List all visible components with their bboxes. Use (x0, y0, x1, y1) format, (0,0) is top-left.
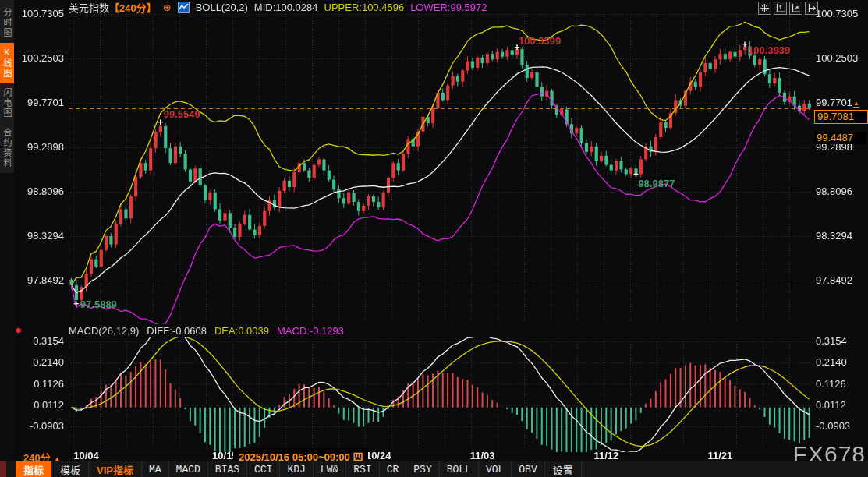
toolbar-item-6[interactable]: BIAS (208, 461, 247, 477)
secondary-price-box: 99.4487 (814, 132, 866, 144)
y-tick-right: 98.3294 (816, 230, 864, 242)
boll-mid-value: MID:100.0284 (254, 2, 318, 13)
boll-upper-value: UPPER:100.4596 (324, 2, 405, 13)
toolbar-item-14[interactable]: VOL (479, 461, 512, 477)
extreme-marker-icon: + (73, 299, 79, 309)
left-sidebar: 分时图K线图闪电图合约资料 (0, 0, 14, 477)
toolbar-item-5[interactable]: MACD (169, 461, 208, 477)
toolbar-item-16[interactable]: 设置 (545, 461, 582, 477)
boll-lower-value: LOWER:99.5972 (410, 2, 487, 13)
y-tick-left: 100.7305 (16, 8, 64, 19)
y-tick-left: 99.2898 (16, 141, 64, 153)
current-price-box: 99.7081 (814, 110, 868, 124)
macd-tick-left: 0.0112 (16, 399, 64, 411)
macd-diff-value: DIFF:-0.0608 (147, 325, 207, 337)
sidebar-item-1[interactable]: 分时图 (0, 3, 14, 43)
macd-tick-left: 0.3154 (16, 335, 64, 347)
x-tick: 11/03 (470, 450, 495, 461)
x-tick: 10/04 (73, 450, 99, 461)
toolbar-item-12[interactable]: PSY (406, 461, 439, 477)
toolbar-item-1[interactable]: 指标 (16, 461, 52, 477)
sidebar-items: 分时图K线图闪电图合约资料 (0, 0, 14, 173)
toolbar-item-7[interactable]: CCI (247, 461, 280, 477)
y-tick-left: 98.8096 (16, 186, 64, 197)
price-up-arrow-icon: ▲ (853, 100, 859, 108)
price-annotation: 99.5549 (164, 108, 200, 120)
x-tick: 10/24 (366, 450, 391, 461)
toolbar-item-13[interactable]: BOLL (440, 461, 479, 477)
toolbar-item-9[interactable]: LW& (314, 461, 346, 477)
macd-header: MACD(26,12,9) DIFF:-0.0608 DEA:0.0039 MA… (69, 325, 344, 337)
y-tick-right: 100.7305 (816, 8, 864, 19)
period-badge: 【240分】 (109, 2, 157, 14)
price-annotation: 100.3939 (748, 44, 790, 56)
symbol-title: 美元指数【240分】 (69, 0, 157, 15)
price-annotation: 100.3599 (519, 35, 561, 47)
macd-tick-left: -0.0903 (16, 420, 64, 432)
macd-tick-left: 0.1126 (16, 378, 64, 390)
collapse-panel-icon[interactable] (805, 2, 818, 15)
price-annotation: 97.5889 (80, 299, 117, 310)
toolbar-item-4[interactable]: MA (142, 461, 169, 477)
toolbar-item-3[interactable]: VIP指标 (89, 461, 142, 477)
macd-dea-value: DEA:0.0039 (214, 325, 269, 337)
sun-marker-icon: ✹ (15, 326, 22, 336)
chart-toolbuttons (758, 2, 818, 15)
macd-tick-right: 0.0112 (816, 399, 864, 411)
y-tick-left: 97.8492 (16, 274, 64, 286)
toolbar-item-2[interactable]: 模板 (52, 461, 89, 477)
extreme-marker-icon: + (158, 117, 163, 128)
pan-axis-icon[interactable] (789, 2, 802, 15)
toolbar-item-15[interactable]: OBV (512, 461, 544, 477)
toolbar-item-8[interactable]: KDJ (280, 461, 313, 477)
y-tick-left: 99.7701 (16, 97, 64, 108)
macd-label: MACD(26,12,9) (69, 325, 139, 337)
macd-tick-right: 0.3154 (816, 335, 864, 347)
bottom-toolbar: 指标模板VIP指标MAMACDBIASCCIKDJLW&RSICRPSYBOLL… (0, 461, 868, 477)
x-tick: 11/21 (707, 450, 732, 461)
y-tick-right: 100.2503 (816, 52, 864, 64)
crosshair-icon[interactable] (758, 2, 771, 15)
macd-tick-right: 0.2140 (816, 356, 864, 368)
toolbar-item-10[interactable]: RSI (346, 461, 379, 477)
y-tick-right: 97.8492 (816, 274, 864, 286)
zoom-axis-icon[interactable] (774, 2, 787, 15)
y-tick-right: 98.8096 (816, 186, 864, 197)
chart-type-icon[interactable] (178, 2, 190, 13)
macd-macd-value: MACD:-0.1293 (277, 325, 344, 337)
x-tick: 11/12 (593, 450, 618, 461)
chart-header: 美元指数【240分】 ⊕ BOLL(20,2) MID:100.0284 UPP… (69, 1, 487, 13)
macd-tick-right: 0.1126 (816, 378, 864, 390)
toolbar-item-11[interactable]: CR (380, 461, 407, 477)
macd-tick-right: -0.0903 (816, 420, 864, 432)
trading-app: { "header": { "symbol": "美元指数", "period"… (0, 0, 868, 477)
extreme-marker-icon: + (742, 39, 748, 50)
y-tick-left: 98.3294 (16, 230, 64, 242)
sidebar-item-2[interactable]: K线图 (0, 43, 14, 83)
macd-tick-left: 0.2140 (16, 356, 64, 368)
chart-canvas[interactable] (0, 0, 868, 477)
toolbar-items: 指标模板VIP指标MAMACDBIASCCIKDJLW&RSICRPSYBOLL… (6, 461, 582, 477)
compare-add-icon[interactable]: ⊕ (163, 2, 172, 13)
symbol-name: 美元指数 (69, 2, 109, 14)
sidebar-item-3[interactable]: 闪电图 (0, 83, 14, 123)
boll-label: BOLL(20,2) (196, 2, 248, 13)
toolbar-left-edge (0, 461, 6, 477)
sidebar-item-4[interactable]: 合约资料 (0, 123, 14, 173)
price-annotation: 98.9877 (638, 178, 675, 189)
y-tick-left: 100.2503 (16, 52, 64, 64)
